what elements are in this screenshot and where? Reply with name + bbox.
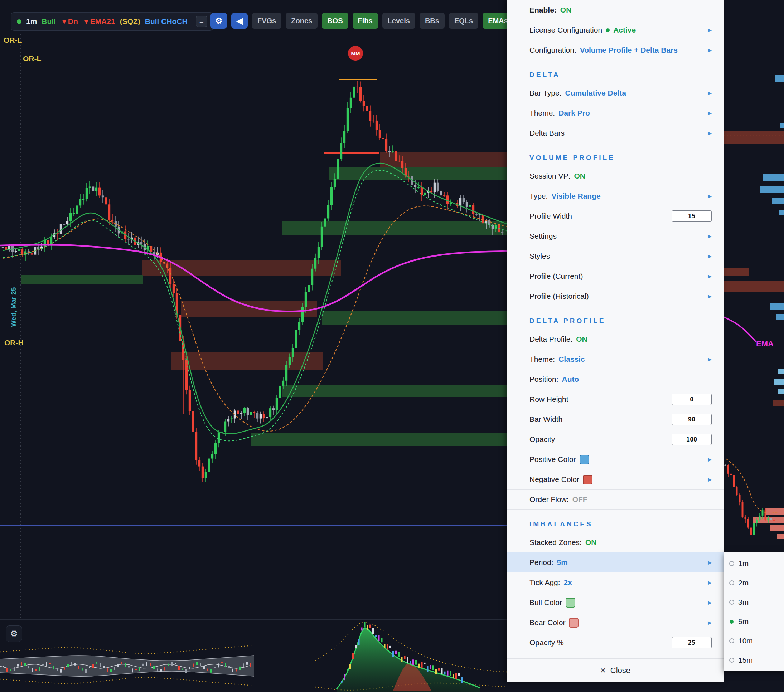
radio-icon: [729, 580, 734, 585]
period-option-5m[interactable]: 5m: [724, 612, 784, 631]
row-delta-profile-value: ON: [576, 335, 588, 344]
row-opacity-pct[interactable]: Opacity %25: [507, 633, 724, 653]
back-button[interactable]: ◀: [231, 13, 248, 29]
toolbar-buttons: ⚙◀FVGsZonesBOSFibsLevelsBBsEQLsEMAsSSL: [211, 13, 542, 29]
chevron-right-icon: ▶: [708, 293, 712, 299]
mm-marker-badge[interactable]: MM: [348, 46, 363, 61]
row-enable-value: ON: [560, 6, 572, 14]
row-stacked-zones-label: Stacked Zones:: [529, 538, 582, 547]
row-opacity[interactable]: Opacity100: [507, 429, 724, 449]
row-opacity-pct-input[interactable]: 25: [672, 637, 712, 648]
row-positive-color-label: Positive Color: [529, 455, 576, 464]
or-high-label: OR-H: [4, 339, 24, 347]
indicator-legend[interactable]: 1mBull▼Dn▼EMA21(SQZ)Bull CHoCH –: [11, 12, 213, 31]
row-bar-width-input[interactable]: 90: [672, 414, 712, 425]
row-profile-current[interactable]: Profile (Current)▶: [507, 266, 724, 286]
close-button[interactable]: ✕ Close: [507, 658, 724, 682]
row-positive-color[interactable]: Positive Color▶: [507, 449, 724, 469]
section-imbalances-text: IMBALANCES: [529, 520, 593, 528]
row-row-height-input[interactable]: 0: [672, 394, 712, 405]
row-session-vp[interactable]: Session VP:ON: [507, 166, 724, 186]
row-configuration-value: Volume Profile + Delta Bars: [580, 46, 678, 54]
legend-item: Bull CHoCH: [145, 17, 188, 26]
row-configuration-label: Configuration:: [529, 46, 576, 54]
row-period-value: 5m: [557, 558, 568, 567]
row-order-flow[interactable]: Order Flow:OFF: [507, 490, 724, 510]
row-stacked-zones[interactable]: Stacked Zones:ON: [507, 533, 724, 552]
settings-rows: Enable:ONLicense ConfigurationActive▶Con…: [507, 0, 724, 653]
settings-gear-button[interactable]: ⚙: [211, 13, 227, 29]
row-profile-historical[interactable]: Profile (Historical)▶: [507, 286, 724, 306]
row-configuration[interactable]: Configuration:Volume Profile + Delta Bar…: [507, 40, 724, 60]
legend-collapse-button[interactable]: –: [196, 16, 207, 27]
row-opacity-pct-label: Opacity %: [529, 638, 564, 647]
chevron-right-icon: ▶: [708, 273, 712, 279]
row-profile-current-label: Profile (Current): [529, 272, 583, 281]
fibs-button[interactable]: Fibs: [352, 13, 378, 29]
row-bear-color[interactable]: Bear Color▶: [507, 613, 724, 633]
row-styles[interactable]: Styles▶: [507, 246, 724, 266]
row-styles-label: Styles: [529, 252, 550, 260]
row-delta-profile[interactable]: Delta Profile:ON: [507, 329, 724, 349]
row-tick-agg-value: 2x: [564, 578, 572, 587]
period-option-1m[interactable]: 1m: [724, 554, 784, 573]
period-option-15m[interactable]: 15m: [724, 651, 784, 670]
row-opacity-input[interactable]: 100: [672, 434, 712, 445]
row-settings-label: Settings: [529, 232, 557, 240]
fvgs-button[interactable]: FVGs: [252, 13, 282, 29]
row-vp-type[interactable]: Type:Visible Range▶: [507, 186, 724, 206]
chevron-right-icon: ▶: [708, 130, 712, 136]
section-volume-profile-text: VOLUME PROFILE: [529, 154, 615, 162]
row-tick-agg[interactable]: Tick Agg:2x▶: [507, 572, 724, 593]
row-bull-color[interactable]: Bull Color▶: [507, 593, 724, 613]
row-order-flow-label: Order Flow:: [529, 495, 569, 504]
chevron-right-icon: ▶: [708, 620, 712, 625]
row-profile-historical-label: Profile (Historical): [529, 292, 589, 301]
row-license[interactable]: License ConfigurationActive▶: [507, 20, 724, 40]
zones-button[interactable]: Zones: [286, 13, 318, 29]
row-dp-theme-label: Theme:: [529, 355, 555, 363]
row-bear-color-swatch[interactable]: [569, 618, 578, 628]
bbs-button[interactable]: BBs: [420, 13, 445, 29]
lower-panel-gear-button[interactable]: ⚙: [6, 625, 22, 642]
row-profile-width-input[interactable]: 15: [672, 210, 712, 222]
row-bar-type-label: Bar Type:: [529, 89, 562, 97]
row-settings[interactable]: Settings▶: [507, 226, 724, 246]
chevron-right-icon: ▶: [708, 253, 712, 259]
row-negative-color-swatch[interactable]: [583, 475, 593, 485]
chevron-right-icon: ▶: [708, 233, 712, 239]
or-low-label-1: OR-L: [3, 36, 22, 44]
row-delta-bars[interactable]: Delta Bars▶: [507, 123, 724, 143]
period-option-10m[interactable]: 10m: [724, 631, 784, 651]
row-profile-width[interactable]: Profile Width15: [507, 206, 724, 226]
eqls-button[interactable]: EQLs: [449, 13, 478, 29]
row-delta-profile-label: Delta Profile:: [529, 335, 572, 344]
chevron-right-icon: ▶: [708, 357, 712, 362]
row-positive-color-swatch[interactable]: [580, 455, 589, 464]
period-option-2m[interactable]: 2m: [724, 573, 784, 593]
ema-line-label: EMA: [756, 339, 774, 348]
section-delta-profile: DELTA PROFILE: [507, 306, 724, 329]
row-bar-width[interactable]: Bar Width90: [507, 409, 724, 429]
row-enable-label: Enable:: [529, 6, 557, 14]
close-icon: ✕: [600, 666, 606, 675]
period-option-3m[interactable]: 3m: [724, 593, 784, 612]
row-dp-theme[interactable]: Theme:Classic▶: [507, 349, 724, 369]
bos-button[interactable]: BOS: [322, 13, 348, 29]
levels-button[interactable]: Levels: [382, 13, 415, 29]
row-period[interactable]: Period:5m▶: [507, 552, 724, 572]
row-bull-color-swatch[interactable]: [566, 598, 575, 608]
zones-layer: [21, 152, 507, 446]
period-submenu-options: 1m2m3m5m10m15m: [724, 554, 784, 670]
row-enable[interactable]: Enable:ON: [507, 0, 724, 20]
row-session-vp-value: ON: [574, 172, 585, 180]
row-row-height[interactable]: Row Height0: [507, 389, 724, 409]
chevron-right-icon: ▶: [708, 47, 712, 53]
row-negative-color[interactable]: Negative Color▶: [507, 469, 724, 490]
row-position[interactable]: Position:Auto: [507, 369, 724, 389]
right-candles-layer: [725, 464, 775, 539]
row-bar-type[interactable]: Bar Type:Cumulative Delta▶: [507, 83, 724, 103]
row-delta-theme[interactable]: Theme:Dark Pro▶: [507, 103, 724, 123]
row-stacked-zones-value: ON: [585, 538, 597, 547]
row-opacity-label: Opacity: [529, 435, 555, 444]
